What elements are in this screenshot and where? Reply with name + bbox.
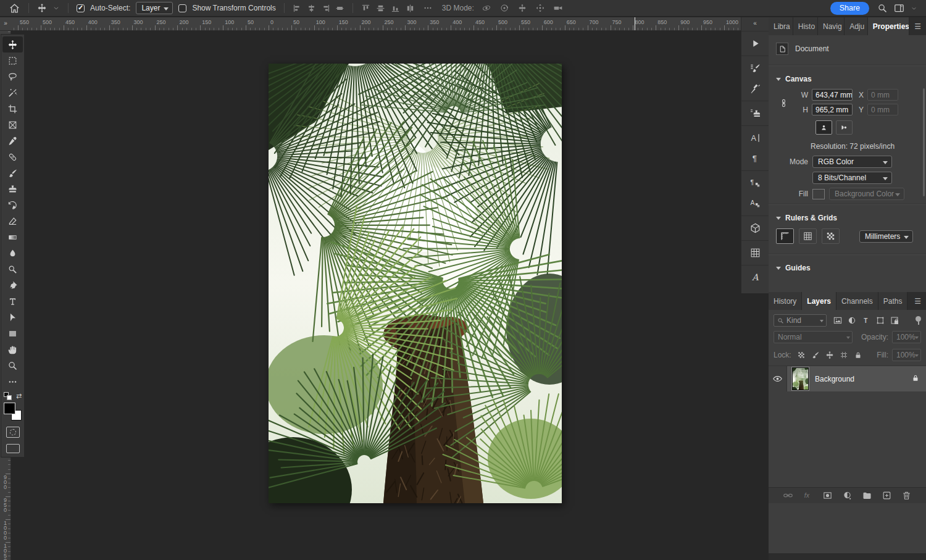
ruler-expand-left[interactable]: » (0, 17, 11, 31)
lock-transparency-icon[interactable] (795, 350, 807, 360)
dots-tool[interactable] (2, 374, 23, 390)
width-field[interactable]: 643,47 mm (812, 89, 853, 101)
ruler-units-dropdown[interactable]: Millimeters (859, 230, 913, 243)
align-left-icon[interactable] (293, 4, 302, 13)
crop-tool[interactable] (2, 101, 23, 117)
fill-swatch[interactable] (812, 189, 825, 199)
frame-tool[interactable] (2, 117, 23, 133)
tab-libraries[interactable]: Libra (769, 17, 793, 35)
move-tool[interactable] (2, 36, 23, 52)
tab-layers[interactable]: Layers (802, 292, 836, 310)
eyedropper-tool[interactable] (2, 133, 23, 149)
tab-properties[interactable]: Properties (868, 17, 910, 35)
pen-tool[interactable] (2, 277, 23, 293)
gradient-tool[interactable] (2, 229, 23, 245)
workspace-icon[interactable] (893, 2, 905, 14)
blur-tool[interactable] (2, 245, 23, 261)
panel-menu-icon[interactable]: ☰ (909, 17, 926, 35)
show-transform-checkbox[interactable] (178, 4, 186, 12)
lock-all-icon[interactable] (852, 350, 864, 360)
align-middle-icon[interactable] (335, 4, 344, 13)
delete-layer-icon[interactable] (901, 490, 912, 501)
pixel-layer-filter-icon[interactable] (830, 315, 845, 326)
bit-depth-dropdown[interactable]: 8 Bits/Channel (812, 172, 892, 184)
filter-toggle-icon[interactable] (916, 316, 921, 325)
screen-mode-icon[interactable] (6, 444, 20, 453)
play-panel-icon[interactable] (741, 33, 769, 54)
tab-navigator[interactable]: Navig (818, 17, 845, 35)
link-dimensions-icon[interactable] (779, 95, 788, 113)
layer-visibility-eye-icon[interactable] (769, 366, 787, 391)
type-layer-filter-icon[interactable] (859, 315, 873, 326)
rulers-grids-section-header[interactable]: Rulers & Grids (769, 209, 926, 225)
pan-3d-icon[interactable] (517, 3, 527, 13)
move-tool-icon[interactable] (37, 3, 47, 13)
layer-name[interactable]: Background (815, 375, 854, 383)
smart-object-filter-icon[interactable] (887, 315, 901, 326)
layer-row-background[interactable]: Background (769, 366, 926, 391)
align-top-icon[interactable] (361, 4, 370, 13)
lock-paint-icon[interactable] (809, 350, 822, 360)
hand-tool[interactable] (2, 341, 23, 357)
zoom-tool[interactable] (2, 357, 23, 374)
tab-history[interactable]: History (769, 292, 802, 310)
canvas-section-header[interactable]: Canvas (769, 70, 926, 86)
document-canvas[interactable] (269, 64, 562, 503)
guides-section-header[interactable]: Guides (769, 259, 926, 275)
layer-group-icon[interactable] (862, 490, 872, 501)
distribute-h-icon[interactable] (406, 4, 415, 13)
toggle-grid-button[interactable] (799, 228, 817, 244)
layer-mask-icon[interactable] (822, 490, 833, 501)
rect-tool[interactable] (2, 325, 23, 341)
auto-select-checkbox[interactable] (77, 4, 85, 12)
slide-3d-icon[interactable] (535, 3, 545, 13)
shape-layer-filter-icon[interactable] (873, 315, 887, 326)
lock-artboard-icon[interactable] (838, 350, 850, 360)
collapse-panels-chevrons[interactable]: « (741, 17, 769, 31)
history-tool[interactable] (2, 197, 23, 213)
layer-effects-icon[interactable] (803, 490, 813, 501)
share-button[interactable]: Share (830, 2, 869, 15)
new-layer-icon[interactable] (882, 490, 892, 501)
arrow-tool[interactable] (2, 309, 23, 325)
char-panel-icon[interactable] (741, 128, 769, 148)
default-colors-icon[interactable] (4, 392, 12, 400)
marquee-tool[interactable] (2, 52, 23, 69)
height-field[interactable]: 965,2 mm (812, 104, 853, 115)
link-layers-icon[interactable] (783, 490, 793, 501)
dodge-tool[interactable] (2, 261, 23, 277)
tab-paths[interactable]: Paths (878, 292, 908, 310)
align-bottom-icon[interactable] (391, 4, 400, 13)
home-icon[interactable] (9, 2, 20, 14)
brush-tool[interactable] (2, 165, 23, 181)
layer-lock-icon[interactable] (911, 374, 920, 384)
eraser-tool[interactable] (2, 213, 23, 229)
adjustment-layer-icon[interactable] (842, 490, 853, 501)
threed-panel-icon[interactable] (741, 218, 769, 238)
layer-thumbnail[interactable] (792, 367, 809, 390)
lock-position-icon[interactable] (824, 350, 836, 360)
swap-colors-icon[interactable]: ⇄ (16, 392, 22, 400)
tab-histogram[interactable]: Histo (793, 17, 818, 35)
panel-menu-icon[interactable]: ☰ (909, 292, 926, 310)
charstyle-panel-icon[interactable] (741, 173, 769, 193)
quick-mask-icon[interactable] (6, 427, 20, 438)
align-right-icon[interactable] (321, 4, 330, 13)
more-options-icon[interactable] (423, 3, 433, 13)
toggle-transparency-button[interactable] (822, 228, 840, 244)
search-icon[interactable] (877, 3, 888, 14)
landscape-orientation-button[interactable] (836, 120, 853, 135)
para-panel-icon[interactable] (741, 148, 769, 169)
pattern-panel-icon[interactable] (741, 243, 769, 263)
wand-tool[interactable] (2, 85, 23, 101)
layer-filter-kind-dropdown[interactable]: Kind (774, 314, 827, 327)
heal-tool[interactable] (2, 149, 23, 165)
adjustment-layer-filter-icon[interactable] (845, 315, 859, 326)
portrait-orientation-button[interactable] (815, 120, 832, 135)
glyphs-panel-icon[interactable] (741, 267, 769, 288)
toggle-rulers-button[interactable] (776, 228, 794, 244)
chevron-down-icon[interactable] (911, 5, 917, 12)
clonesrc-panel-icon[interactable] (741, 103, 769, 123)
lasso-tool[interactable] (2, 69, 23, 85)
align-center-h-icon[interactable] (307, 4, 316, 13)
